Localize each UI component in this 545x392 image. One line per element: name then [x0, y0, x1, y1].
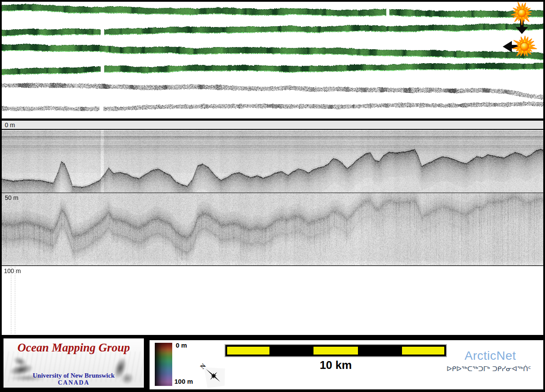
scale-bar [225, 345, 446, 356]
depth-label-0m: 0 m [5, 122, 15, 128]
subbottom-profile-panel: 0 m 50 m 100 m [2, 121, 543, 335]
depth-label-50m: 50 m [5, 194, 18, 201]
omg-logo: Ocean Mapping Group University of New Br… [3, 338, 144, 388]
blast-markers-group [503, 2, 537, 56]
north-arrow: N [198, 358, 230, 392]
depth-scale-header: 0 m [2, 121, 543, 129]
omg-university: University of New Brunswick [3, 372, 144, 379]
omg-title: Ocean Mapping Group [3, 341, 144, 355]
ping-gap-dashed-line [15, 267, 15, 334]
scale-bar-segment [227, 347, 269, 355]
colorbar-label-100m: 100 m [174, 378, 193, 385]
footer-bar: Ocean Mapping Group University of New Br… [0, 335, 545, 392]
echogram-canvas [2, 129, 543, 266]
depth-colorbar [155, 343, 172, 386]
omg-country: CANADA [3, 379, 144, 386]
scale-bar-label: 10 km [225, 358, 446, 372]
colorbar-label-0m: 0 m [176, 341, 187, 349]
swath-map-panel [2, 2, 543, 118]
scale-bar-segment [313, 347, 358, 355]
arcticnet-inuktitut: ᐅᑭᐅᖅᑕᖅᑐᒥᒃ ᑐᑭᓯᓂᐊᖅᑏᑦ [434, 365, 543, 373]
ping-gap-dashed-line [11, 267, 11, 334]
survey-figure-root: 0 m 50 m 100 m Ocean Mapping Group Unive… [0, 0, 545, 392]
legend-panel: 0 m 100 m N 10 km ArcticNet ᐅᑭᐅᖅᑕᖅᑐᒥᒃ ᑐᑭ… [150, 340, 543, 389]
arcticnet-logo: ArcticNet [437, 349, 543, 363]
depth-label-100m: 100 m [4, 267, 21, 274]
event-markers-overlay [2, 2, 543, 118]
